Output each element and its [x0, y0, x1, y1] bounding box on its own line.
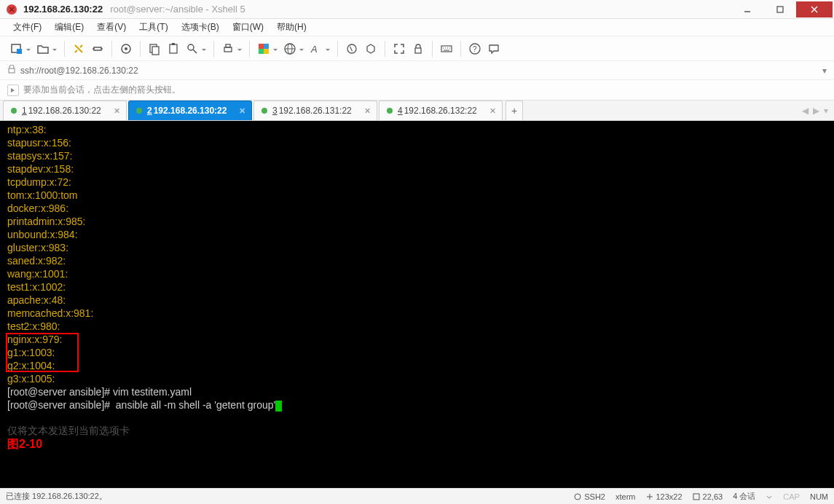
copy-button[interactable] [145, 39, 164, 58]
terminal-line: test1:x:1002: [7, 281, 66, 293]
close-button[interactable] [796, 1, 833, 17]
chat-button[interactable] [484, 39, 503, 58]
tab-next-icon[interactable]: ▶ [813, 106, 819, 116]
terminal-line: stapdev:x:158: [7, 163, 74, 175]
svg-line-17 [193, 50, 197, 53]
tab-menu-icon[interactable]: ▾ [824, 106, 828, 116]
compose-hint: 仅将文本发送到当前选项卡 [7, 425, 130, 436]
status-pos: 22,63 [693, 492, 723, 501]
session-tab-4[interactable]: 4 192.168.26.132:22 ✕ [379, 101, 503, 120]
session-tab-1[interactable]: 1 192.168.26.130:22 ✕ [3, 101, 127, 120]
disconnect-button[interactable] [88, 39, 107, 58]
svg-rect-38 [9, 68, 15, 73]
cursor-icon [275, 401, 282, 412]
transfer-button[interactable] [361, 39, 380, 58]
window-title-primary: 192.168.26.130:22 [23, 4, 103, 15]
status-size: 123x22 [646, 492, 682, 501]
address-bar[interactable]: ssh://root@192.168.26.130:22 ▾ [0, 61, 834, 80]
svg-point-39 [575, 494, 581, 500]
svg-rect-2 [777, 7, 783, 12]
properties-button[interactable] [117, 39, 135, 58]
terminal[interactable]: ntp:x:38: stapusr:x:156: stapsys:x:157: … [0, 121, 834, 488]
reconnect-button[interactable] [69, 39, 88, 58]
fullscreen-button[interactable] [390, 39, 409, 58]
status-dot-icon [387, 108, 393, 114]
tab-bar: 1 192.168.26.130:22 ✕ 2 192.168.26.130:2… [0, 101, 834, 121]
terminal-line: tcpdump:x:72: [7, 176, 71, 188]
status-dot-icon [261, 108, 267, 114]
terminal-line: stapsys:x:157: [7, 150, 73, 162]
svg-point-28 [347, 44, 356, 53]
toolbar: A ? [0, 36, 834, 61]
tab-close-icon[interactable]: ✕ [239, 106, 245, 116]
menu-help[interactable]: 帮助(H) [271, 20, 312, 35]
terminal-line: ntp:x:38: [7, 124, 47, 135]
svg-rect-20 [259, 44, 264, 49]
address-dropdown-icon[interactable]: ▾ [822, 66, 827, 76]
language-button[interactable] [280, 39, 307, 58]
terminal-line: memcached:x:981: [7, 307, 93, 319]
terminal-line: nginx:x:979: [7, 334, 63, 345]
new-session-button[interactable] [7, 39, 34, 58]
help-button[interactable]: ? [465, 39, 484, 58]
session-tab-2[interactable]: 2 192.168.26.130:22 ✕ [128, 101, 252, 120]
menu-bar: 文件(F) 编辑(E) 查看(V) 工具(T) 选项卡(B) 窗口(W) 帮助(… [0, 19, 834, 36]
svg-rect-23 [264, 49, 269, 54]
tab-index: 2 [147, 106, 152, 116]
svg-rect-13 [152, 47, 159, 55]
add-session-arrow-icon[interactable] [7, 84, 19, 96]
status-dot-icon [136, 108, 142, 114]
script-button[interactable] [342, 39, 361, 58]
tab-close-icon[interactable]: ✕ [489, 106, 496, 116]
menu-window[interactable]: 窗口(W) [227, 20, 270, 35]
svg-rect-15 [172, 43, 175, 45]
app-icon [4, 2, 19, 17]
terminal-line: apache:x:48: [7, 294, 66, 306]
find-button[interactable] [183, 39, 209, 58]
minimize-button[interactable] [731, 1, 763, 17]
tab-label: 192.168.26.131:22 [279, 106, 352, 116]
menu-edit[interactable]: 编辑(E) [49, 20, 90, 35]
terminal-line: gluster:x:983: [7, 242, 68, 253]
tab-index: 4 [398, 106, 403, 116]
menu-tools[interactable]: 工具(T) [133, 20, 173, 35]
color-scheme-button[interactable] [254, 39, 280, 58]
svg-point-11 [125, 47, 127, 50]
tab-label: 192.168.26.130:22 [154, 106, 227, 116]
font-button[interactable]: A [307, 39, 333, 58]
print-button[interactable] [219, 39, 245, 58]
maximize-button[interactable] [763, 1, 796, 17]
svg-rect-30 [441, 46, 452, 52]
svg-rect-29 [415, 48, 421, 53]
add-tab-button[interactable]: + [505, 101, 523, 120]
paste-button[interactable] [164, 39, 183, 58]
status-num: NUM [810, 492, 828, 501]
keyboard-button[interactable] [437, 39, 456, 58]
lock-button[interactable] [409, 39, 428, 58]
svg-text:A: A [310, 44, 318, 55]
status-term: xterm [615, 492, 636, 501]
menu-view[interactable]: 查看(V) [91, 20, 132, 35]
tab-label: 192.168.26.130:22 [28, 106, 101, 116]
tab-index: 1 [22, 106, 27, 116]
svg-rect-19 [226, 44, 230, 47]
terminal-line: docker:x:986: [7, 202, 68, 214]
svg-rect-40 [693, 494, 699, 500]
tab-prev-icon[interactable]: ◀ [802, 106, 809, 116]
menu-tab[interactable]: 选项卡(B) [176, 20, 225, 35]
session-tab-3[interactable]: 3 192.168.26.131:22 ✕ [253, 101, 377, 120]
figure-annotation: 图2-10 [7, 438, 42, 450]
lock-icon [7, 65, 16, 76]
svg-rect-22 [259, 49, 264, 54]
svg-rect-18 [224, 47, 232, 52]
svg-text:?: ? [473, 45, 477, 53]
status-cap: CAP [783, 492, 800, 501]
terminal-line: g1:x:1003: [7, 347, 55, 358]
tab-close-icon[interactable]: ✕ [114, 106, 120, 116]
open-button[interactable] [34, 39, 60, 58]
info-text: 要添加当前会话，点击左侧的箭头按钮。 [23, 84, 181, 96]
terminal-line: test2:x:980: [7, 320, 60, 332]
tab-close-icon[interactable]: ✕ [364, 106, 371, 116]
status-sessions-menu-icon[interactable] [766, 493, 773, 500]
menu-file[interactable]: 文件(F) [7, 20, 47, 35]
